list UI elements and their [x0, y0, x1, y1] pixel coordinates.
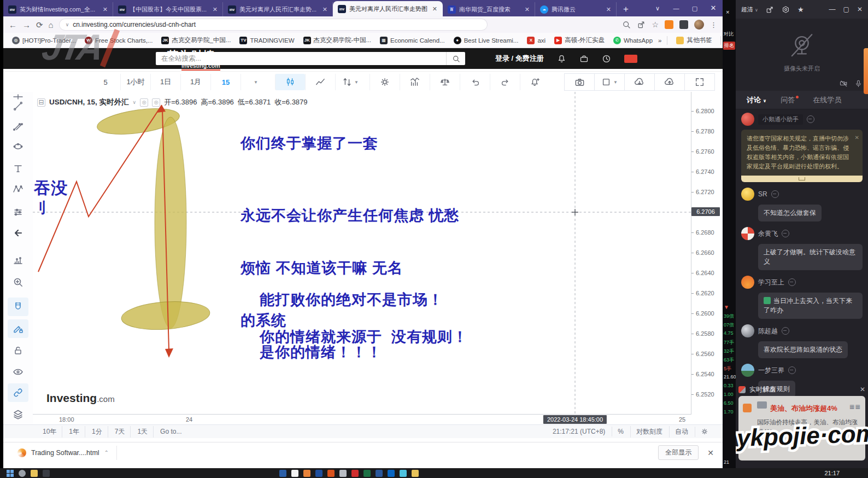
- maximize-button[interactable]: ▢: [843, 5, 849, 13]
- search-button-icon[interactable]: [19, 470, 26, 477]
- legend-chevron-icon[interactable]: ∨: [133, 100, 137, 105]
- legend-toggle-icon[interactable]: ◎: [152, 98, 160, 107]
- time-axis[interactable]: 18:00 24 25 2022-03-24 18:45:00: [33, 414, 691, 424]
- profile-chevron-icon[interactable]: ∨: [648, 0, 667, 16]
- load-chart-cloud-icon[interactable]: [625, 73, 655, 91]
- browser-tab-4-active[interactable]: ınv 美元对离岸人民币汇率走势图 ✕: [333, 1, 443, 16]
- maximize-button[interactable]: ▢: [685, 0, 704, 16]
- taskbar-app-icon[interactable]: [400, 470, 407, 477]
- object-tree-layers-icon[interactable]: [8, 405, 28, 424]
- shapes-tool-icon[interactable]: [8, 137, 28, 156]
- alert-bell-icon[interactable]: [520, 74, 550, 90]
- annotation-para3[interactable]: 能打败你的绝对不是市场！ 是你的情绪！！！: [260, 256, 443, 396]
- portfolio-briefcase-icon[interactable]: [579, 54, 589, 63]
- language-flag-icon[interactable]: [624, 55, 637, 63]
- range-7d[interactable]: 7天: [109, 426, 131, 438]
- strip-close-icon[interactable]: ×: [726, 9, 729, 15]
- browser-tab-6[interactable]: ☁ 腾讯微云 ✕: [535, 2, 617, 16]
- metamask-extension-icon[interactable]: [665, 20, 673, 29]
- undo-icon[interactable]: [460, 74, 490, 90]
- compare-scale-icon[interactable]: [430, 74, 460, 90]
- interval-dropdown[interactable]: ▼: [241, 74, 271, 90]
- zoom-in-tool-icon[interactable]: [8, 273, 28, 292]
- hide-drawings-eye-icon[interactable]: [8, 363, 28, 381]
- bar-pattern-tool-icon[interactable]: [8, 251, 28, 270]
- tab-close-icon[interactable]: ✕: [322, 6, 327, 13]
- interval-5[interactable]: 5: [91, 74, 120, 90]
- taskbar-app-icon[interactable]: [279, 470, 286, 477]
- zoom-icon[interactable]: [622, 20, 631, 29]
- annotation-line1[interactable]: 你们终于掌握了一套: [241, 135, 378, 152]
- range-1min[interactable]: 1分: [86, 426, 108, 438]
- tab-discussion[interactable]: 讨论 ∨: [747, 95, 766, 105]
- share-icon[interactable]: [637, 20, 646, 29]
- new-tab-button[interactable]: +: [617, 2, 635, 16]
- bookmark-star-icon[interactable]: ☆: [652, 20, 659, 29]
- tab-close-icon[interactable]: ✕: [432, 5, 437, 13]
- pin-star-icon[interactable]: ★: [797, 5, 804, 14]
- file-explorer-icon[interactable]: [31, 470, 38, 477]
- bookmark-item[interactable]: ▶高顿-外汇实盘: [551, 35, 608, 45]
- taskbar-app-icon[interactable]: [291, 470, 298, 477]
- browser-tab-5[interactable]: 百 南华期货_百度搜索 ✕: [443, 2, 535, 16]
- browser-tab-3[interactable]: ınv 美元对离岸人民币汇率走势... ✕: [223, 2, 333, 16]
- taskbar-app-icon[interactable]: [315, 470, 322, 477]
- download-chevron-icon[interactable]: ⌃: [104, 450, 109, 456]
- ellipse-drawing-vertical[interactable]: [155, 117, 186, 328]
- close-button[interactable]: ✕: [704, 0, 723, 16]
- range-1d[interactable]: 1天: [132, 426, 154, 438]
- taskbar-app-icon[interactable]: [351, 470, 359, 477]
- profile-avatar[interactable]: [694, 20, 704, 30]
- minimize-button[interactable]: —: [829, 5, 836, 13]
- sync-link-icon[interactable]: [8, 383, 28, 402]
- other-bookmarks-button[interactable]: 其他书签: [673, 35, 715, 45]
- bookmark-item[interactable]: ✆WhatsApp: [610, 36, 656, 45]
- reload-icon[interactable]: ⟳: [36, 21, 43, 29]
- percent-scale-toggle[interactable]: %: [612, 427, 629, 436]
- tab-close-icon[interactable]: ✕: [525, 6, 530, 13]
- interval-1m[interactable]: 1月: [180, 74, 210, 90]
- unlock-icon[interactable]: [8, 341, 28, 360]
- close-button[interactable]: ✕: [857, 5, 863, 13]
- back-icon[interactable]: ←: [9, 21, 17, 29]
- quality-selector[interactable]: 超清 ∨: [741, 5, 758, 14]
- search-icon[interactable]: [446, 52, 465, 65]
- settings-hexagon-icon[interactable]: [782, 5, 790, 14]
- taskbar-app-icon[interactable]: [327, 470, 335, 477]
- taskbar-app-icon[interactable]: [412, 470, 419, 477]
- mic-toggle-icon[interactable]: [854, 79, 863, 88]
- camera-toggle-icon[interactable]: [840, 79, 848, 88]
- goto-button[interactable]: Go to...: [155, 427, 187, 436]
- fullscreen-icon[interactable]: [685, 73, 715, 91]
- minimize-button[interactable]: —: [667, 0, 685, 16]
- tab-close-icon[interactable]: ✕: [606, 6, 611, 13]
- taskbar-app-icon[interactable]: [388, 470, 395, 477]
- arrow-left-tool-icon[interactable]: [8, 224, 28, 242]
- commentary-close-icon[interactable]: ✕: [860, 386, 865, 393]
- browser-tab-2[interactable]: ınv 【中国股市】今天中国股票... ✕: [113, 2, 223, 16]
- start-button-icon[interactable]: [7, 470, 14, 477]
- chat-area[interactable]: 小鹅通小助手 请您遵守国家相关规定，直播中切勿涉及低俗色情、暴力恐怖、谣言诈骗、…: [736, 109, 868, 416]
- text-tool-icon[interactable]: [8, 159, 28, 178]
- bookmarks-overflow-chevron[interactable]: »: [658, 37, 661, 44]
- taskbar-app-icon[interactable]: [363, 470, 371, 477]
- recent-clock-icon[interactable]: [602, 54, 611, 63]
- url-bar[interactable]: ∨ cn.investing.com/currencies/usd-cnh-ch…: [59, 19, 488, 31]
- image-thumbnail-icon[interactable]: [764, 297, 771, 304]
- home-icon[interactable]: ⌂: [49, 21, 54, 29]
- price-axis[interactable]: 6.2800 6.2780 6.2760 6.2740 6.2720 6.270…: [691, 92, 723, 414]
- site-search-input[interactable]: 在全站搜索...: [156, 52, 465, 65]
- redo-icon[interactable]: [490, 74, 520, 90]
- range-10y[interactable]: 10年: [37, 426, 62, 438]
- login-register-link[interactable]: 登录 / 免费注册: [495, 54, 544, 63]
- taskbar-app-icon[interactable]: [43, 470, 50, 477]
- tab-qna[interactable]: 问答: [781, 95, 799, 105]
- download-item[interactable]: Trading Softwar....html ⌃: [13, 446, 117, 460]
- bookmark-item[interactable]: TVTRADINGVIEW: [236, 36, 297, 45]
- annotation-engulf[interactable]: 吞没: [34, 179, 68, 197]
- indicators-button[interactable]: [400, 74, 430, 90]
- screenshot-camera-icon[interactable]: [564, 73, 595, 91]
- extension-icon[interactable]: [679, 20, 688, 29]
- annotation-engulf-partial[interactable]: 刂: [33, 199, 48, 217]
- pattern-tool-icon[interactable]: [8, 180, 28, 199]
